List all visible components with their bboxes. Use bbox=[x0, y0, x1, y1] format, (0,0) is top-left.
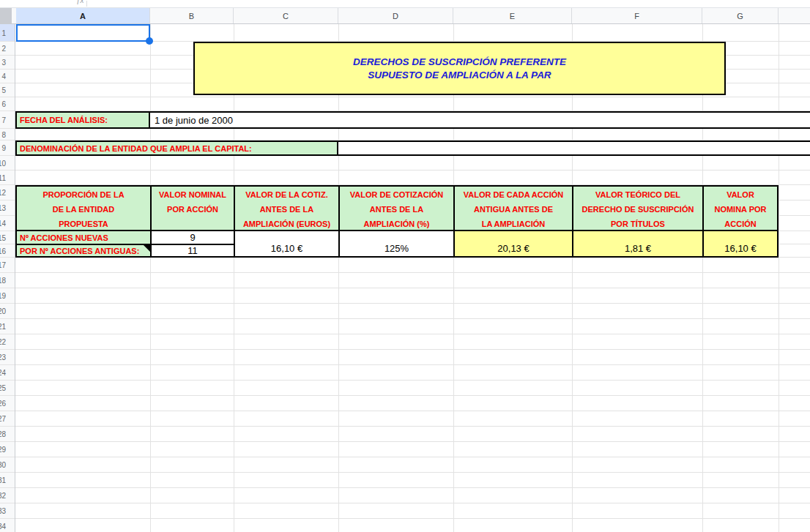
row-number: 14 bbox=[0, 220, 6, 228]
row-number: 11 bbox=[0, 173, 6, 181]
header-line: VALOR TEÓRICO DEL bbox=[595, 187, 680, 202]
row-number: 7 bbox=[1, 116, 6, 124]
column-header-g[interactable]: G bbox=[702, 8, 779, 23]
column-header-a[interactable]: A bbox=[16, 8, 150, 23]
row-header-2[interactable]: 2 bbox=[0, 42, 15, 56]
column-header-d[interactable]: D bbox=[338, 8, 453, 23]
row-header-34[interactable]: 34 bbox=[0, 519, 15, 532]
fecha-label-cell[interactable]: FECHA DEL ANÁLISIS: bbox=[15, 111, 150, 129]
row-header-23[interactable]: 23 bbox=[0, 350, 15, 365]
row-number: 21 bbox=[0, 323, 6, 331]
column-header-f[interactable]: F bbox=[572, 8, 702, 23]
row-header-16[interactable]: 16 bbox=[0, 244, 15, 258]
merged-cell-e[interactable]: 20,13 € bbox=[453, 231, 572, 256]
table-data-rows: Nº ACCIONES NUEVASPOR Nº ACCIONES ANTIGU… bbox=[15, 231, 779, 258]
column-header-b[interactable]: B bbox=[150, 8, 234, 23]
header-line: PROPORCIÓN DE LA bbox=[42, 187, 124, 202]
row-header-15[interactable]: 15 bbox=[0, 231, 15, 244]
row-header-27[interactable]: 27 bbox=[0, 411, 15, 427]
table-header-col-e[interactable]: VALOR DE CADA ACCIÓNANTIGUA ANTES DELA A… bbox=[453, 187, 572, 230]
row-header-17[interactable]: 17 bbox=[0, 258, 15, 273]
row-header-12[interactable]: 12 bbox=[0, 185, 15, 201]
row-number: 8 bbox=[1, 130, 6, 138]
grid-row-10 bbox=[15, 156, 810, 171]
row-header-8[interactable]: 8 bbox=[0, 129, 15, 141]
column-header-h[interactable]: H bbox=[779, 8, 810, 23]
table-label-column: Nº ACCIONES NUEVASPOR Nº ACCIONES ANTIGU… bbox=[17, 231, 150, 256]
row-number: 24 bbox=[0, 369, 6, 377]
row-header-31[interactable]: 31 bbox=[0, 473, 15, 488]
row-header-25[interactable]: 25 bbox=[0, 381, 15, 396]
row-number: 28 bbox=[0, 430, 6, 438]
grid-row-31 bbox=[15, 473, 810, 488]
table-header-col-a[interactable]: PROPORCIÓN DE LADE LA ENTIDADPROPUESTA bbox=[17, 187, 150, 230]
row-header-7[interactable]: 7 bbox=[0, 111, 15, 129]
row-number: 31 bbox=[0, 476, 6, 484]
grid-row-24 bbox=[15, 365, 810, 381]
row-header-6[interactable]: 6 bbox=[0, 97, 15, 111]
valor-nominal-cell-2[interactable]: 11 bbox=[152, 244, 234, 256]
title-box[interactable]: DERECHOS DE SUSCRIPCIÓN PREFERENTE SUPUE… bbox=[193, 42, 726, 95]
table-header-col-g[interactable]: VALORNOMINA PORACCIÓN bbox=[702, 187, 777, 230]
grid-row-22 bbox=[15, 334, 810, 350]
row-number: 1 bbox=[1, 29, 6, 37]
row-header-3[interactable]: 3 bbox=[0, 56, 15, 70]
grid-row-20 bbox=[15, 304, 810, 319]
grid-column-line bbox=[453, 24, 454, 532]
valor-nominal-cell-1[interactable]: 9 bbox=[152, 231, 234, 244]
header-line: POR ACCIÓN bbox=[167, 202, 218, 217]
merged-cell-c[interactable]: 16,10 € bbox=[234, 231, 338, 256]
denominacion-value-cell[interactable] bbox=[338, 141, 810, 156]
row-header-9[interactable]: 9 bbox=[0, 141, 15, 156]
row-header-21[interactable]: 21 bbox=[0, 319, 15, 334]
table-row-label-2[interactable]: POR Nº ACCIONES ANTIGUAS: bbox=[17, 244, 150, 256]
row-header-33[interactable]: 33 bbox=[0, 503, 15, 519]
denominacion-label-cell[interactable]: DENOMINACIÓN DE LA ENTIDAD QUE AMPLIA EL… bbox=[15, 141, 338, 156]
merged-cell-g[interactable]: 16,10 € bbox=[702, 231, 777, 256]
merged-cell-f[interactable]: 1,81 € bbox=[572, 231, 702, 256]
row-header-19[interactable]: 19 bbox=[0, 288, 15, 304]
row-header-18[interactable]: 18 bbox=[0, 273, 15, 288]
row-number: 32 bbox=[0, 492, 6, 500]
row-header-13[interactable]: 13 bbox=[0, 201, 15, 216]
selected-cell-a1[interactable] bbox=[16, 24, 150, 42]
formula-bar-remnant: ƒx bbox=[0, 0, 810, 7]
row-number: 15 bbox=[0, 233, 6, 241]
table-header-col-b[interactable]: VALOR NOMINALPOR ACCIÓN bbox=[150, 187, 234, 230]
merged-value: 20,13 € bbox=[455, 231, 572, 256]
fill-handle[interactable] bbox=[146, 37, 153, 45]
row-header-26[interactable]: 26 bbox=[0, 396, 15, 411]
row-header-29[interactable]: 29 bbox=[0, 442, 15, 457]
row-header-11[interactable]: 11 bbox=[0, 171, 15, 185]
table-header-col-f[interactable]: VALOR TEÓRICO DELDERECHO DE SUSCRIPCIÓNP… bbox=[572, 187, 702, 230]
grid-row-23 bbox=[15, 350, 810, 365]
grid-row-11 bbox=[15, 171, 810, 185]
row-header-32[interactable]: 32 bbox=[0, 488, 15, 503]
row-header-4[interactable]: 4 bbox=[0, 70, 15, 83]
row-number: 33 bbox=[0, 507, 6, 515]
row-header-24[interactable]: 24 bbox=[0, 365, 15, 381]
grid-row-29 bbox=[15, 442, 810, 457]
row-header-28[interactable]: 28 bbox=[0, 427, 15, 442]
table-row-label-1[interactable]: Nº ACCIONES NUEVAS bbox=[17, 231, 150, 244]
grid-row-33 bbox=[15, 503, 810, 519]
sheet-grid[interactable]: DERECHOS DE SUSCRIPCIÓN PREFERENTE SUPUE… bbox=[15, 24, 810, 532]
fecha-value-cell[interactable]: 1 de junio de 2000 bbox=[150, 111, 810, 129]
merged-value: 16,10 € bbox=[704, 231, 777, 256]
merged-cell-d[interactable]: 125% bbox=[338, 231, 453, 256]
table-header-col-d[interactable]: VALOR DE COTIZACIÓNANTES DE LAAMPLIACIÓN… bbox=[338, 187, 453, 230]
grid-row-6 bbox=[15, 97, 810, 111]
row-header-20[interactable]: 20 bbox=[0, 304, 15, 319]
row-header-14[interactable]: 14 bbox=[0, 216, 15, 231]
column-header-c[interactable]: C bbox=[234, 8, 338, 23]
row-header-5[interactable]: 5 bbox=[0, 83, 15, 97]
row-number: 26 bbox=[0, 400, 6, 408]
row-header-10[interactable]: 10 bbox=[0, 156, 15, 171]
select-all-corner[interactable] bbox=[0, 8, 12, 23]
row-header-1[interactable]: 1 bbox=[0, 24, 15, 42]
header-line: VALOR DE COTIZACIÓN bbox=[350, 187, 444, 202]
row-header-30[interactable]: 30 bbox=[0, 457, 15, 473]
column-header-e[interactable]: E bbox=[453, 8, 572, 23]
row-header-22[interactable]: 22 bbox=[0, 334, 15, 350]
table-header-col-c[interactable]: VALOR DE LA COTIZ.ANTES DE LAAMPLIACIÓN … bbox=[234, 187, 338, 230]
